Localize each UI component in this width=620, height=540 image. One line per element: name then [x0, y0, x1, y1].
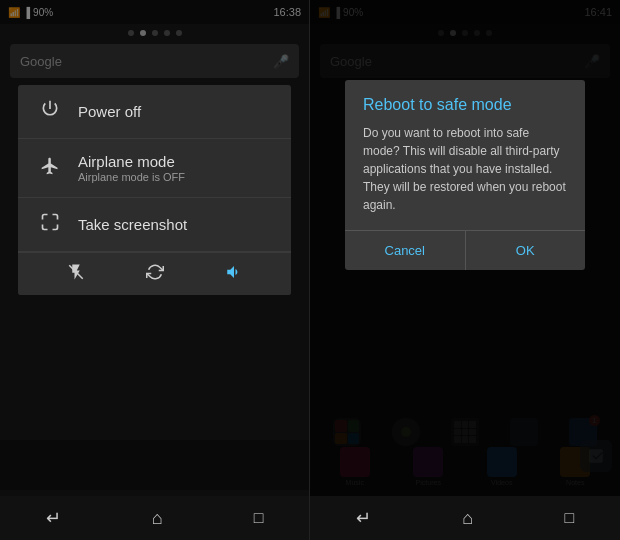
left-recents-button[interactable]: □ [254, 509, 264, 527]
left-nav-bar: ↵ ⌂ □ [0, 496, 309, 540]
right-back-button[interactable]: ↵ [356, 507, 371, 529]
dialog-body: Do you want to reboot into safe mode? Th… [345, 124, 585, 230]
dialog-ok-button[interactable]: OK [466, 231, 586, 270]
left-home-button[interactable]: ⌂ [152, 508, 163, 529]
airplane-mode-text-group: Airplane mode Airplane mode is OFF [78, 153, 185, 183]
right-phone-screen: 📶 ▐ 90% 16:41 Google 🎤 Reboot to safe mo… [310, 0, 620, 540]
power-off-text-group: Power off [78, 103, 141, 120]
airplane-icon [36, 156, 64, 181]
power-off-item[interactable]: Power off [18, 85, 291, 139]
dialog-buttons: Cancel OK [345, 230, 585, 270]
screenshot-item[interactable]: Take screenshot [18, 198, 291, 252]
quick-settings-row [18, 252, 291, 295]
right-recents-button[interactable]: □ [565, 509, 575, 527]
airplane-mode-sublabel: Airplane mode is OFF [78, 171, 185, 183]
right-nav-bar: ↵ ⌂ □ [310, 496, 620, 540]
screenshot-label: Take screenshot [78, 216, 187, 233]
left-phone-screen: 📶 ▐ 90% 16:38 Google 🎤 Power off [0, 0, 310, 540]
qs-volume-icon[interactable] [225, 263, 243, 285]
power-menu: Power off Airplane mode Airplane mode is… [18, 85, 291, 295]
left-back-button[interactable]: ↵ [46, 507, 61, 529]
power-off-label: Power off [78, 103, 141, 120]
right-home-button[interactable]: ⌂ [462, 508, 473, 529]
screenshot-text-group: Take screenshot [78, 216, 187, 233]
dialog-title: Reboot to safe mode [345, 80, 585, 124]
power-icon [36, 99, 64, 124]
airplane-mode-label: Airplane mode [78, 153, 185, 170]
dialog-cancel-button[interactable]: Cancel [345, 231, 466, 270]
reboot-dialog: Reboot to safe mode Do you want to reboo… [345, 80, 585, 270]
qs-flash-icon[interactable] [67, 263, 85, 285]
screenshot-icon [36, 212, 64, 237]
dialog-overlay: Reboot to safe mode Do you want to reboo… [310, 0, 620, 540]
airplane-mode-item[interactable]: Airplane mode Airplane mode is OFF [18, 139, 291, 198]
qs-rotate-icon[interactable] [146, 263, 164, 285]
